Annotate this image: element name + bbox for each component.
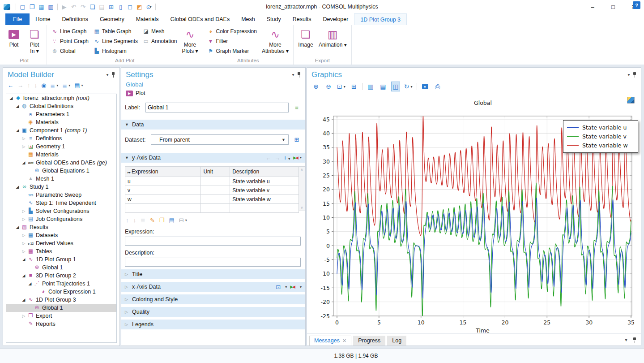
collapse-icon[interactable]: ◢ bbox=[14, 104, 21, 108]
create-dataset-icon[interactable]: ⊞ bbox=[292, 135, 302, 144]
tree-item-3d-plot-group-2[interactable]: ◢■3D Plot Group 2 bbox=[6, 272, 116, 280]
ribbon-tab-geometry[interactable]: Geometry bbox=[94, 13, 130, 25]
next-expression-icon[interactable]: → bbox=[274, 155, 280, 161]
show-icon[interactable]: ◉ bbox=[41, 82, 46, 89]
snapshot-icon[interactable]: ● bbox=[421, 82, 430, 91]
save-icon[interactable]: ▦ bbox=[37, 2, 46, 12]
table-row[interactable]: v State variable v bbox=[125, 186, 299, 195]
find-icon[interactable]: ⊙▾ bbox=[144, 2, 154, 12]
tree-item-job-configurations[interactable]: ▷▤Job Configurations bbox=[6, 215, 116, 223]
column-header-description[interactable]: Description bbox=[230, 167, 299, 177]
tree-item-export[interactable]: ▷❐Export bbox=[6, 312, 116, 320]
collapse-icon[interactable]: ◢ bbox=[21, 160, 27, 165]
tab-messages[interactable]: Messages✕ bbox=[309, 336, 351, 346]
ribbon-tab-1d-plot-group-3[interactable]: 1D Plot Group 3 bbox=[354, 13, 407, 25]
global-button[interactable]: ⊚Global bbox=[49, 46, 91, 56]
tree-item-global-1[interactable]: ⊚Global 1 bbox=[6, 304, 116, 312]
collapse-icon[interactable]: ◢ bbox=[8, 96, 14, 100]
scroll-down-icon[interactable]: ∨ bbox=[300, 205, 303, 211]
tree-item-1d-plot-group-3[interactable]: ◢∿1D Plot Group 3 bbox=[6, 296, 116, 304]
pin-icon[interactable] bbox=[632, 337, 637, 343]
chevron-down-icon[interactable]: ▾ bbox=[300, 285, 302, 289]
tree-item-tables[interactable]: ▷▦Tables bbox=[6, 247, 116, 255]
section-quality[interactable]: ▷Quality bbox=[121, 307, 305, 317]
tree-item-solver-configurations[interactable]: ▷▙Solver Configurations bbox=[6, 207, 116, 215]
table-cell[interactable] bbox=[125, 204, 201, 213]
add-expression-icon[interactable]: +▾ bbox=[283, 154, 290, 161]
zoom-box-icon[interactable]: ⊡▾ bbox=[337, 82, 346, 91]
tree-item-study-1[interactable]: ◢∞Study 1 bbox=[6, 183, 116, 191]
refresh-plot-icon[interactable]: ↻▾ bbox=[404, 82, 413, 91]
pin-icon[interactable] bbox=[297, 71, 302, 78]
duplicate-icon[interactable]: ⊞ bbox=[107, 2, 116, 12]
tab-log[interactable]: Log bbox=[387, 336, 406, 346]
tree-item-mesh-1[interactable]: ▲Mesh 1 bbox=[6, 175, 116, 183]
zoom-in-icon[interactable]: ⊕ bbox=[311, 82, 320, 91]
graph-marker-button[interactable]: ⚑Graph Marker bbox=[205, 46, 259, 56]
table-row[interactable] bbox=[125, 204, 299, 213]
tree-item-results[interactable]: ◢▧Results bbox=[6, 223, 116, 231]
animation-button[interactable]: ▥Animation ▾ bbox=[316, 26, 350, 48]
clear-icon[interactable]: ◩ bbox=[135, 2, 144, 12]
y-grid-icon[interactable]: ▤ bbox=[379, 82, 388, 91]
histogram-button[interactable]: ▙Histogram bbox=[91, 46, 140, 56]
maximize-button[interactable]: □ bbox=[603, 0, 623, 13]
ribbon-tab-developer[interactable]: Developer bbox=[317, 13, 354, 25]
save-to-file-icon[interactable]: ▤ bbox=[169, 217, 174, 224]
expand-icon[interactable]: ▷ bbox=[21, 217, 27, 221]
table-cell[interactable]: w bbox=[125, 195, 201, 204]
move-row-down-icon[interactable]: ↓ bbox=[133, 217, 136, 224]
more-attributes-button[interactable]: ∿More Attributes ▾ bbox=[259, 26, 291, 55]
table-scrollbar[interactable]: ∧∨ bbox=[299, 166, 305, 211]
plot-window-settings-icon[interactable]: ◫ bbox=[391, 82, 400, 91]
panel-menu-icon[interactable]: ▾ bbox=[290, 72, 297, 77]
open-file-icon[interactable]: ❐ bbox=[27, 2, 37, 12]
collapse-icon[interactable]: ◢ bbox=[21, 273, 27, 278]
tree-item-step-1-time-dependent[interactable]: ∿Step 1: Time Dependent bbox=[6, 199, 116, 207]
collapse-icon[interactable]: ◢ bbox=[27, 281, 33, 286]
table-graph-button[interactable]: ▦Table Graph bbox=[91, 26, 140, 36]
new-file-icon[interactable]: ▢ bbox=[18, 2, 27, 12]
copy-icon[interactable]: ❏ bbox=[88, 2, 97, 12]
filter-button[interactable]: ▼Filter bbox=[205, 36, 259, 46]
select-box-icon[interactable]: ◻ bbox=[125, 2, 135, 12]
expand-all-icon[interactable]: ≣▾ bbox=[62, 82, 70, 89]
table-cell[interactable] bbox=[201, 177, 230, 186]
prev-expression-icon[interactable]: ← bbox=[265, 155, 271, 161]
column-header-unit[interactable]: Unit bbox=[201, 167, 230, 177]
undo-icon[interactable]: ↶ bbox=[69, 2, 78, 12]
pin-icon[interactable] bbox=[632, 71, 637, 78]
mesh-button[interactable]: ◪Mesh bbox=[140, 26, 179, 36]
tree-item-parametric-sweep[interactable]: 123Parametric Sweep bbox=[6, 191, 116, 199]
tab-progress[interactable]: Progress bbox=[353, 336, 385, 346]
evaluate-icon[interactable]: ▶◀ bbox=[290, 285, 295, 289]
table-cell[interactable]: u bbox=[125, 177, 201, 186]
dataset-combobox[interactable]: From parent ▼ bbox=[151, 134, 289, 145]
table-cell[interactable] bbox=[230, 204, 299, 213]
zoom-extents-icon[interactable]: ⊞ bbox=[350, 82, 358, 91]
close-icon[interactable]: ✕ bbox=[342, 338, 346, 344]
plot-in-button[interactable]: ❏Plot In ▾ bbox=[24, 26, 45, 55]
expand-icon[interactable]: ▷ bbox=[21, 144, 27, 149]
expand-icon[interactable]: ▷ bbox=[21, 314, 27, 318]
table-row[interactable]: w State variable w bbox=[125, 195, 299, 204]
redo-icon[interactable]: ↷ bbox=[78, 2, 88, 12]
run-icon[interactable]: ▶ bbox=[60, 2, 69, 12]
model-tree-node-text-icon[interactable]: ▤▾ bbox=[74, 82, 83, 89]
tree-item-materials[interactable]: ◉Materials bbox=[6, 118, 116, 126]
rename-icon[interactable]: ≡ bbox=[292, 103, 302, 112]
evaluate-icon[interactable]: ▶◀▾ bbox=[293, 156, 302, 160]
tree-item-global-odes-and-daes[interactable]: ◢d/dtGlobal ODEs and DAEs(ge) bbox=[6, 159, 116, 167]
ribbon-tab-results[interactable]: Results bbox=[287, 13, 317, 25]
load-from-file-icon[interactable]: ❐ bbox=[159, 217, 165, 224]
ribbon-tab-study[interactable]: Study bbox=[261, 13, 287, 25]
help-button[interactable]: ? bbox=[633, 1, 640, 9]
table-cell[interactable] bbox=[201, 186, 230, 195]
ribbon-tab-file[interactable]: File bbox=[5, 13, 30, 25]
tree-item-component-1[interactable]: ◢▣Component 1(comp 1) bbox=[6, 126, 116, 134]
chevron-down-icon[interactable]: ▾ bbox=[285, 285, 287, 289]
table-row[interactable]: u State variable u bbox=[125, 177, 299, 186]
collapse-icon[interactable]: ◢ bbox=[21, 298, 27, 302]
column-header-expression[interactable]: ▸▸ Expression bbox=[125, 167, 201, 177]
expand-icon[interactable]: ▷ bbox=[21, 241, 27, 246]
